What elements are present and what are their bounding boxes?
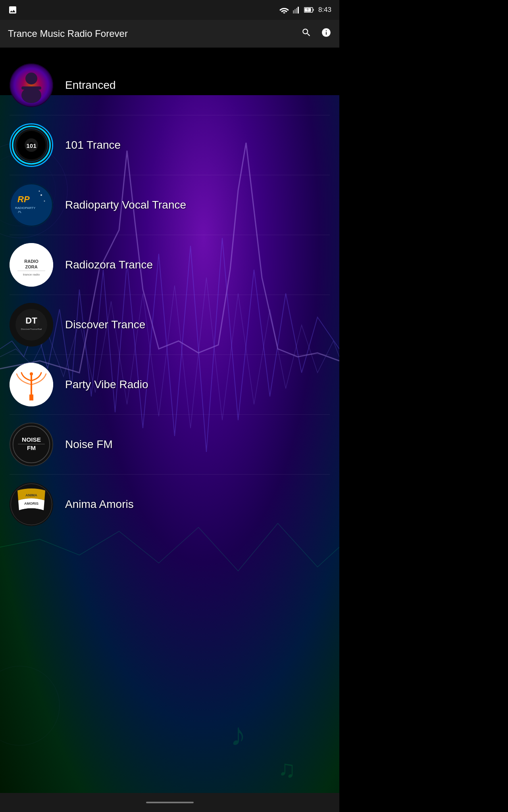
svg-rect-16 xyxy=(21,86,41,90)
svg-rect-0 xyxy=(293,10,294,13)
radio-logo-discovertrance: DT DiscoverTranceRad xyxy=(10,303,53,347)
radio-logo-animaamoris: ANIMA AMORIS xyxy=(10,483,53,526)
svg-text:.PL: .PL xyxy=(17,211,22,213)
radio-list: Entranced 101 101 Tr xyxy=(0,48,339,542)
radio-name-partyvibe: Party Vibe Radio xyxy=(65,378,148,391)
info-button[interactable] xyxy=(321,27,331,40)
svg-text:♫: ♫ xyxy=(278,756,296,782)
svg-text:♪: ♪ xyxy=(230,717,246,752)
photo-icon xyxy=(8,5,17,15)
time-display: 8:43 xyxy=(318,6,331,14)
toolbar-icons xyxy=(301,27,331,40)
battery-icon xyxy=(304,7,314,13)
svg-text:RADIO: RADIO xyxy=(24,259,38,264)
signal-icon xyxy=(293,6,300,13)
list-item[interactable]: RP RADIOPARTY .PL Radioparty Vocal Tranc… xyxy=(0,175,339,235)
svg-point-25 xyxy=(11,184,52,226)
svg-text:RP: RP xyxy=(17,194,30,204)
radio-logo-101trance: 101 xyxy=(10,123,53,167)
list-item[interactable]: ANIMA AMORIS Anima Amoris xyxy=(0,475,339,534)
svg-text:trance radio: trance radio xyxy=(23,273,40,276)
svg-text:DT: DT xyxy=(25,316,37,326)
svg-rect-1 xyxy=(294,9,296,13)
search-button[interactable] xyxy=(301,27,312,40)
nav-indicator xyxy=(146,802,194,803)
list-item[interactable]: Party Vibe Radio xyxy=(0,355,339,414)
radio-name-radioparty: Radioparty Vocal Trance xyxy=(65,199,186,211)
svg-rect-44 xyxy=(29,395,33,400)
list-item[interactable]: RADIO ZORA trance radio Radiozora Trance xyxy=(0,235,339,295)
svg-rect-3 xyxy=(298,7,299,13)
radio-name-discovertrance: Discover Trance xyxy=(65,318,145,331)
toolbar: Trance Music Radio Forever xyxy=(0,20,339,48)
wifi-icon xyxy=(279,6,289,13)
svg-point-29 xyxy=(40,194,42,196)
svg-point-31 xyxy=(39,191,40,192)
status-bar: 8:43 xyxy=(0,0,339,20)
radio-name-noisefm: Noise FM xyxy=(65,438,113,451)
svg-point-11 xyxy=(0,666,60,745)
list-item[interactable]: Entranced xyxy=(0,56,339,115)
radio-name-entranced: Entranced xyxy=(65,79,116,92)
page-title: Trance Music Radio Forever xyxy=(8,28,128,39)
svg-point-46 xyxy=(30,372,33,375)
radio-name-animaamoris: Anima Amoris xyxy=(65,498,134,511)
radio-logo-noisefm: NOISE FM xyxy=(10,423,53,466)
list-item[interactable]: 101 101 Trance xyxy=(0,115,339,175)
status-bar-right: 8:43 xyxy=(279,6,331,14)
radio-name-101trance: 101 Trance xyxy=(65,139,121,151)
radio-logo-partyvibe xyxy=(10,363,53,406)
svg-point-30 xyxy=(44,201,45,202)
radio-name-radiozora: Radiozora Trance xyxy=(65,259,153,271)
svg-text:DiscoverTranceRad: DiscoverTranceRad xyxy=(21,328,42,330)
list-item[interactable]: NOISE FM Noise FM xyxy=(0,415,339,474)
svg-rect-2 xyxy=(296,8,297,13)
svg-text:ANIMA: ANIMA xyxy=(25,493,37,497)
svg-text:RADIOPARTY: RADIOPARTY xyxy=(15,206,36,210)
radio-logo-radioparty: RP RADIOPARTY .PL xyxy=(10,183,53,227)
svg-text:AMORIS: AMORIS xyxy=(24,502,38,506)
radio-logo-radiozora: RADIO ZORA trance radio xyxy=(10,243,53,287)
main-content: ♪ ♫ ♩ xyxy=(0,48,339,812)
bottom-nav-bar xyxy=(0,793,339,812)
svg-point-14 xyxy=(25,73,37,84)
status-bar-left xyxy=(8,5,17,15)
svg-text:FM: FM xyxy=(27,444,36,451)
list-item[interactable]: DT DiscoverTranceRad Discover Trance xyxy=(0,295,339,354)
svg-text:NOISE: NOISE xyxy=(22,436,41,443)
svg-text:ZORA: ZORA xyxy=(25,264,37,269)
radio-logo-entranced xyxy=(10,63,53,107)
svg-text:101: 101 xyxy=(26,142,36,149)
